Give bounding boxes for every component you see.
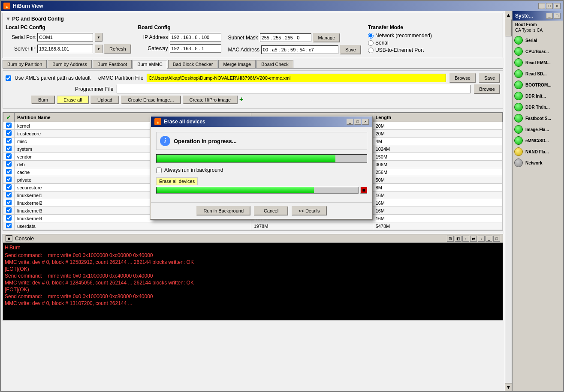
row-check: [3, 145, 15, 153]
tab-burn-partition[interactable]: Burn by Partition: [3, 60, 47, 68]
sidebar-item-fastboot[interactable]: Fastboot S...: [513, 113, 563, 124]
server-ip-input[interactable]: [37, 45, 93, 53]
details-button[interactable]: << Details: [292, 206, 327, 215]
row-check: [3, 215, 15, 222]
run-background-button[interactable]: Run in Background: [196, 206, 250, 215]
modal-restore[interactable]: □: [354, 119, 361, 125]
cancel-button[interactable]: Cancel: [254, 206, 288, 215]
tab-bad-block[interactable]: Bad Block Checker: [168, 60, 218, 68]
server-ip-dropdown[interactable]: ▼: [95, 45, 103, 53]
network-label: Network: [525, 161, 542, 165]
scroll-down-button[interactable]: ▼: [505, 383, 512, 391]
maximize-button[interactable]: □: [546, 3, 553, 9]
read-emm-circle: [514, 58, 523, 67]
transfer-serial-label: Serial: [375, 40, 389, 46]
serial-port-input[interactable]: [37, 33, 93, 42]
tab-burn-address[interactable]: Burn by Address: [48, 60, 92, 68]
manage-button[interactable]: Manage: [313, 33, 341, 42]
gateway-input[interactable]: [170, 44, 221, 53]
modal-minimize[interactable]: _: [347, 119, 353, 125]
bootrom-circle: [514, 81, 523, 89]
modal-close[interactable]: ×: [362, 119, 369, 125]
refresh-button[interactable]: Refresh: [104, 44, 131, 54]
serial-port-dropdown[interactable]: ▼: [95, 33, 103, 42]
row-length: 20M: [373, 130, 502, 138]
browse-emmc-button[interactable]: Browse: [449, 73, 476, 83]
mac-input[interactable]: [261, 45, 338, 54]
task-stop-button[interactable]: ■: [360, 187, 367, 194]
console-title-left: ■ Console: [6, 235, 34, 242]
ip-address-input[interactable]: [170, 33, 221, 42]
ca-type-label: CA Type is CA: [515, 28, 561, 33]
console-btn1[interactable]: ⊞: [447, 236, 454, 242]
image-fla-label: Image-Fla...: [525, 127, 549, 132]
serial-port-row: Serial Port ▼: [6, 33, 131, 42]
minimize-button[interactable]: _: [538, 3, 545, 9]
console-btn6[interactable]: _: [486, 236, 492, 242]
add-partition-icon[interactable]: +: [239, 96, 243, 104]
burn-button[interactable]: Burn: [31, 96, 55, 104]
ddr-init-circle: [514, 92, 523, 100]
use-xml-checkbox[interactable]: [6, 75, 11, 81]
serial-port-label: Serial Port: [6, 34, 36, 40]
sidebar-item-read-emm[interactable]: Read EMM...: [513, 57, 563, 68]
sidebar-minimize[interactable]: _: [546, 13, 553, 19]
console-btn5[interactable]: ↓: [478, 236, 485, 242]
transfer-serial-radio[interactable]: [368, 40, 374, 46]
console-minimize[interactable]: □: [493, 236, 500, 242]
save-board-button[interactable]: Save: [340, 45, 361, 54]
upload-button[interactable]: Upload: [90, 96, 119, 104]
console-btn4[interactable]: ⇄: [470, 236, 477, 242]
transfer-usb-radio[interactable]: [368, 48, 374, 53]
modal-icon: 🔥: [154, 118, 161, 125]
row-length: 4M: [373, 138, 502, 145]
transfer-mode: Transfer Mode Network (recommended) Seri…: [368, 24, 432, 53]
ddr-init-label: DDR Init...: [525, 94, 546, 99]
progress-label: Operation in progress...: [174, 138, 237, 144]
image-fla-circle: [514, 125, 523, 134]
console-title: Console: [15, 236, 34, 242]
emmc-partition-input[interactable]: [147, 74, 446, 82]
ip-address-label: IP Address: [138, 34, 168, 40]
console-btn3[interactable]: ↑: [462, 236, 469, 242]
sidebar-item-ddr-train[interactable]: DDR Train...: [513, 102, 563, 113]
always-run-checkbox[interactable]: [156, 168, 162, 173]
browse-programmer-button[interactable]: Browse: [474, 84, 500, 94]
console-btn2[interactable]: ◧: [455, 236, 461, 242]
row-length: 16M: [373, 192, 502, 199]
sidebar-restore[interactable]: □: [554, 13, 561, 19]
console-title-bar: ■ Console ⊞ ◧ ↑ ⇄ ↓ _ □: [3, 234, 503, 243]
sidebar-item-cpu-board[interactable]: CPU/Boar...: [513, 46, 563, 57]
scroll-track[interactable]: [505, 19, 512, 383]
create-hipro-button[interactable]: Create HiPro image: [183, 96, 238, 104]
scroll-thumb[interactable]: [505, 19, 512, 36]
subnet-input[interactable]: [260, 33, 311, 42]
sidebar-item-image-fla[interactable]: Image-Fla...: [513, 124, 563, 135]
tab-burn-emmc[interactable]: Burn eMMC: [133, 60, 167, 69]
create-erase-button[interactable]: Create Erase Image...: [121, 96, 181, 104]
transfer-network-radio[interactable]: [368, 33, 374, 39]
sidebar-item-nand-fla[interactable]: NAND Fla...: [513, 146, 563, 157]
tab-board-check[interactable]: Board Check: [256, 60, 293, 68]
row-check: [3, 222, 15, 230]
erase-all-button[interactable]: Erase all: [57, 96, 89, 104]
save-emmc-button[interactable]: Save: [479, 73, 500, 83]
sidebar-item-bootrom[interactable]: BOOTROM...: [513, 79, 563, 90]
close-button[interactable]: ×: [554, 3, 561, 9]
sidebar-item-serial[interactable]: Serial: [513, 35, 563, 46]
title-bar: 🔥 HiBurn View _ □ ×: [1, 1, 563, 11]
programmer-input[interactable]: [117, 85, 471, 93]
row-length: 5478M: [373, 222, 502, 230]
config-title: ▼ PC and Board Config: [6, 16, 500, 22]
sidebar-item-ddr-init[interactable]: DDR Init...: [513, 90, 563, 102]
sidebar-item-read-sd[interactable]: Read SD...: [513, 68, 563, 79]
programmer-row: Programmer File Browse: [6, 84, 500, 94]
tab-merge-image[interactable]: Merge Image: [218, 60, 256, 68]
main-scrollbar[interactable]: ▲ ▼: [505, 11, 512, 391]
console-line: MMC write: dev # 0, block # 13107200, co…: [5, 300, 501, 306]
sidebar-item-network[interactable]: Network: [513, 157, 563, 168]
sidebar-item-emmc-sd[interactable]: eMMC/SD...: [513, 135, 563, 146]
tab-burn-fastboot[interactable]: Burn Fastboot: [93, 60, 132, 68]
console-line: [EOT](OK): [5, 266, 501, 272]
scroll-up-button[interactable]: ▲: [505, 11, 512, 19]
